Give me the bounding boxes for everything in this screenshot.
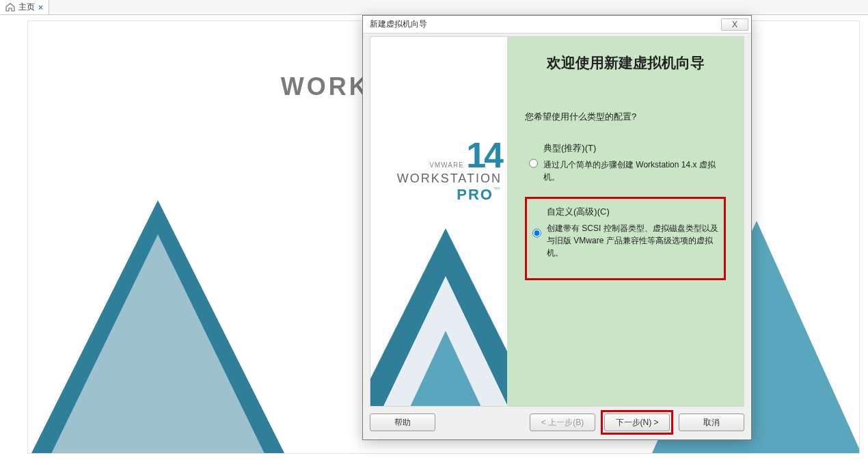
brand-pane: VMWARE 14 WORKSTATION PRO™: [370, 37, 507, 406]
brand-vmware-text: VMWARE: [429, 161, 464, 169]
brand-number: 14: [466, 135, 502, 175]
option-custom[interactable]: 自定义(高级)(C) 创建带有 SCSI 控制器类型、虚拟磁盘类型以及与旧版 V…: [525, 197, 726, 280]
next-button-highlight: 下一步(N) >: [601, 410, 673, 435]
option-custom-label: 自定义(高级)(C): [547, 206, 718, 218]
help-button[interactable]: 帮助: [370, 413, 435, 431]
radio-custom[interactable]: [532, 207, 541, 259]
close-icon[interactable]: ×: [38, 3, 43, 12]
new-vm-wizard-dialog: 新建虚拟机向导 X VMWARE 14 WORKSTATION PRO™: [362, 15, 752, 440]
option-custom-desc: 创建带有 SCSI 控制器类型、虚拟磁盘类型以及与旧版 VMware 产品兼容性…: [547, 222, 718, 259]
config-pane: 欢迎使用新建虚拟机向导 您希望使用什么类型的配置? 典型(推荐)(T) 通过几个…: [507, 37, 744, 406]
wizard-question: 您希望使用什么类型的配置?: [525, 111, 726, 123]
back-button: < 上一步(B): [530, 413, 595, 431]
wizard-heading: 欢迎使用新建虚拟机向导: [525, 53, 726, 72]
tab-home[interactable]: 主页 ×: [0, 0, 49, 14]
next-button[interactable]: 下一步(N) >: [604, 413, 670, 431]
option-typical-desc: 通过几个简单的步骤创建 Workstation 14.x 虚拟机。: [543, 159, 722, 183]
option-typical-label: 典型(推荐)(T): [543, 142, 722, 154]
cancel-button[interactable]: 取消: [679, 413, 744, 431]
tab-label: 主页: [18, 1, 35, 13]
brand-triangle-decor: [370, 215, 507, 406]
home-icon: [5, 3, 15, 12]
brand-logo: VMWARE 14 WORKSTATION PRO™: [370, 139, 502, 204]
wizard-button-bar: 帮助 < 上一步(B) 下一步(N) > 取消: [370, 411, 744, 434]
home-canvas: WORKSTATION 14 PRO + 创建新的虚拟机 新建虚拟机向导 X V…: [0, 15, 868, 462]
tab-bar: 主页 ×: [0, 0, 868, 15]
svg-marker-1: [35, 234, 281, 454]
close-button[interactable]: X: [721, 18, 748, 31]
decorative-triangle-left: [27, 159, 301, 454]
brand-workstation-text: WORKSTATION: [370, 172, 502, 186]
brand-pro-text: PRO™: [370, 186, 502, 204]
wizard-title-text: 新建虚拟机向导: [370, 18, 427, 30]
option-typical[interactable]: 典型(推荐)(T) 通过几个简单的步骤创建 Workstation 14.x 虚…: [525, 138, 726, 186]
wizard-body: VMWARE 14 WORKSTATION PRO™ 欢迎使用新建虚拟机向导: [370, 36, 744, 407]
wizard-titlebar[interactable]: 新建虚拟机向导 X: [363, 16, 751, 33]
radio-typical[interactable]: [529, 144, 538, 183]
